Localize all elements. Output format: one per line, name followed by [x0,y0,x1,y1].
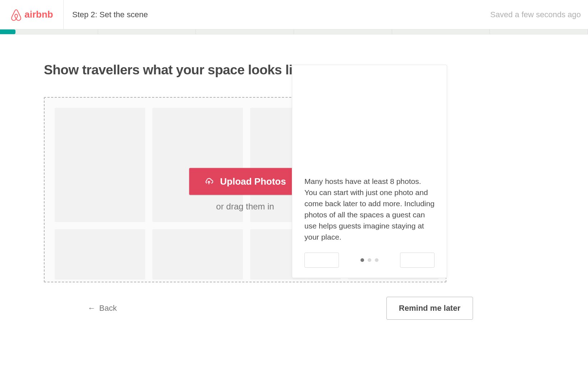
progress-segment [490,29,588,34]
footer-nav: ← Back Remind me later [44,282,545,320]
step-title: Step 2: Set the scene [64,10,148,19]
upload-button-label: Upload Photos [220,176,286,187]
tips-nav [304,253,435,268]
cloud-upload-icon [204,177,213,186]
saved-status: Saved a few seconds ago [490,10,588,19]
content-row: Upload Photos or drag them in Many hosts… [44,97,545,282]
carousel-dots [360,258,378,262]
back-label: Back [99,304,117,313]
progress-fill [0,29,15,34]
upload-center: Upload Photos or drag them in [189,168,301,212]
drag-hint: or drag them in [216,202,274,212]
progress-segment [0,29,98,34]
progress-segment [392,29,490,34]
carousel-dot[interactable] [368,258,371,262]
carousel-dot[interactable] [360,258,364,262]
upload-photos-button[interactable]: Upload Photos [189,168,301,195]
placeholder-tile [55,229,145,280]
tips-text: Many hosts have at least 8 photos. You c… [304,176,435,242]
logo-area[interactable]: airbnb [0,0,64,29]
tips-next-button[interactable] [400,253,435,268]
tips-prev-button[interactable] [304,253,339,268]
carousel-dot[interactable] [375,258,378,262]
progress-bar [0,29,588,34]
arrow-left-icon: ← [88,304,96,313]
tips-illustration [292,65,447,176]
progress-segment [196,29,294,34]
main-content: Show travellers what your space looks li… [0,34,588,320]
top-bar: airbnb Step 2: Set the scene Saved a few… [0,0,588,29]
back-link[interactable]: ← Back [88,304,117,313]
tips-body: Many hosts have at least 8 photos. You c… [292,176,447,278]
placeholder-tile [152,229,243,280]
remind-later-button[interactable]: Remind me later [386,297,473,320]
airbnb-logo-icon [10,9,22,21]
airbnb-logo: airbnb [10,9,53,21]
progress-segment [294,29,392,34]
progress-segment [98,29,196,34]
tips-panel: Many hosts have at least 8 photos. You c… [292,65,447,278]
brand-name: airbnb [24,9,53,20]
placeholder-tile [55,108,145,222]
